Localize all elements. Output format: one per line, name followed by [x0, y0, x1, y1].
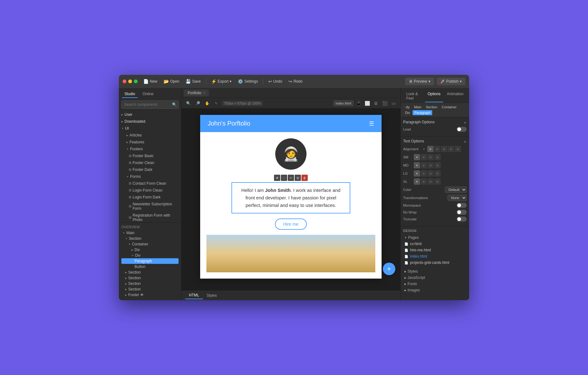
- images-row[interactable]: ▶ Images: [403, 287, 467, 293]
- publish-button[interactable]: 🚀 Publish ▾: [437, 78, 465, 85]
- desktop-device-button[interactable]: 🖥: [372, 100, 380, 107]
- lg-align-left[interactable]: ≡: [421, 170, 427, 177]
- tab-online[interactable]: Online: [140, 90, 156, 98]
- lg-align-center[interactable]: ≡: [428, 170, 434, 177]
- page-select[interactable]: index.html: [333, 100, 353, 106]
- lg-align-none[interactable]: ×: [414, 170, 420, 177]
- ov-section-5[interactable]: ▶ Section: [121, 286, 179, 292]
- ov-footer[interactable]: ▶ Footer 👁: [121, 292, 179, 298]
- bc-main[interactable]: Main: [412, 105, 423, 110]
- sidebar-item-footer-basic[interactable]: Footer Basic: [119, 152, 181, 159]
- sidebar-item-contact-form[interactable]: Contact Form Clean: [119, 180, 181, 187]
- zoom-out-button[interactable]: 🔍: [185, 100, 192, 107]
- align-none-btn[interactable]: ×: [427, 146, 433, 152]
- sm-align-left[interactable]: ≡: [421, 154, 427, 160]
- xl-align-left[interactable]: ≡: [421, 178, 427, 185]
- sidebar-item-articles[interactable]: ▶ Articles: [119, 132, 181, 139]
- styles-row[interactable]: ▶ Styles: [403, 268, 467, 275]
- align-left-btn[interactable]: ≡: [434, 146, 440, 152]
- ov-section-1[interactable]: ▼ Section: [121, 236, 179, 241]
- lead-toggle[interactable]: [457, 127, 467, 132]
- color-select[interactable]: Default: [445, 187, 467, 193]
- ov-section-4[interactable]: ▶ Section: [121, 281, 179, 286]
- bc-div[interactable]: Div: [403, 110, 412, 115]
- md-align-center[interactable]: ≡: [428, 162, 434, 168]
- ov-container[interactable]: ▼ Container: [121, 241, 179, 247]
- undo-button[interactable]: ↩ Undo: [266, 78, 285, 85]
- arrow-tool-button[interactable]: ↖: [213, 100, 220, 107]
- page-hire-me[interactable]: 📄 hire-me.html: [403, 247, 467, 253]
- ov-button[interactable]: Button: [121, 264, 179, 270]
- xl-align-right[interactable]: ≡: [434, 178, 441, 185]
- close-button[interactable]: [123, 80, 126, 83]
- open-button[interactable]: 📂 Open: [161, 78, 182, 85]
- html-tab[interactable]: HTML: [185, 292, 203, 299]
- bc-section[interactable]: Section: [424, 105, 439, 110]
- sm-align-center[interactable]: ≡: [428, 154, 434, 160]
- sidebar-item-downloaded[interactable]: ▶ Downloaded: [119, 118, 181, 125]
- transformations-select[interactable]: None: [448, 195, 467, 201]
- edit-button[interactable]: ✏: [288, 175, 294, 181]
- up-button[interactable]: ↑: [281, 175, 287, 181]
- page-projects[interactable]: 📄 projects-grid-cards.html: [403, 259, 467, 266]
- hamburger-icon[interactable]: ☰: [369, 120, 374, 127]
- xl-align-center[interactable]: ≡: [428, 178, 434, 185]
- sidebar-item-forms[interactable]: ▼ Forms: [119, 173, 181, 180]
- sidebar-item-login-dark[interactable]: Login Form Dark: [119, 194, 181, 201]
- save-button[interactable]: 💾 Save: [183, 78, 203, 85]
- tab-studio[interactable]: Studio: [122, 90, 138, 98]
- tab-look-feel[interactable]: Look & Feel: [404, 90, 424, 102]
- sidebar-item-newsletter[interactable]: Newsletter Subscription Form: [119, 201, 181, 212]
- delete-button[interactable]: 🗑: [302, 175, 308, 181]
- settings-button[interactable]: ⚙️ Settings: [235, 78, 260, 85]
- collapse-paragraph-btn[interactable]: ▲: [464, 121, 467, 124]
- page-index[interactable]: 📄 index.html: [403, 253, 467, 259]
- pages-header[interactable]: ▼ Pages: [403, 234, 467, 241]
- sidebar-item-registration[interactable]: Registration Form with Photo: [119, 212, 181, 222]
- hire-button[interactable]: Hire me: [275, 218, 307, 230]
- export-button[interactable]: ⚡ Export ▾: [209, 78, 234, 85]
- tab-close[interactable]: ×: [203, 91, 205, 95]
- md-align-right[interactable]: ≡: [434, 162, 441, 168]
- ov-div-1[interactable]: ▶ Div: [121, 247, 179, 253]
- sm-align-right[interactable]: ≡: [434, 154, 441, 160]
- mobile-device-button[interactable]: 📱: [355, 100, 362, 107]
- portfolio-tab[interactable]: Portfolio ×: [184, 90, 209, 96]
- copy-button[interactable]: ⊞: [295, 175, 301, 181]
- md-align-none[interactable]: ×: [414, 162, 420, 168]
- fullscreen-button[interactable]: ▭: [390, 100, 397, 107]
- add-fab-button[interactable]: +: [383, 263, 395, 275]
- sidebar-item-user[interactable]: ▶ User: [119, 111, 181, 118]
- zoom-in-button[interactable]: 🔎: [194, 100, 201, 107]
- redo-button[interactable]: ↪ Redo: [286, 78, 305, 85]
- sidebar-item-footers[interactable]: ▼ Footers: [119, 146, 181, 152]
- ov-section-3[interactable]: ▶ Section: [121, 275, 179, 281]
- sidebar-item-features[interactable]: ▶ Features: [119, 139, 181, 146]
- collapse-text-btn[interactable]: ▲: [464, 140, 467, 143]
- new-button[interactable]: 📄 New: [141, 78, 160, 85]
- tablet-device-button[interactable]: ⬜: [363, 100, 371, 107]
- align-right-btn[interactable]: ≡: [448, 146, 454, 152]
- xl-align-none[interactable]: ×: [414, 178, 420, 185]
- sm-align-none[interactable]: ×: [414, 154, 420, 160]
- page-cv[interactable]: 📄 cv.html: [403, 241, 467, 247]
- align-justify-btn[interactable]: ≡: [455, 146, 461, 152]
- bc-paragraph[interactable]: Paragraph: [413, 110, 432, 115]
- monospace-toggle[interactable]: [457, 203, 467, 208]
- truncate-toggle[interactable]: [457, 217, 467, 222]
- bc-body[interactable]: ·dy: [403, 105, 412, 110]
- fonts-row[interactable]: ▶ Fonts: [403, 281, 467, 287]
- align-center-btn[interactable]: ≡: [441, 146, 447, 152]
- md-align-left[interactable]: ≡: [421, 162, 427, 168]
- bio-paragraph[interactable]: Hello! I am John Smith. I work as interf…: [231, 182, 350, 213]
- javascript-row[interactable]: ▶ JavaScript: [403, 275, 467, 281]
- sidebar-item-ui[interactable]: ▼ UI: [119, 125, 181, 132]
- maximize-button[interactable]: [134, 80, 138, 83]
- lg-align-right[interactable]: ≡: [434, 170, 441, 177]
- ov-div-2[interactable]: ▼ Div: [121, 253, 179, 258]
- ov-section-2[interactable]: ▶ Section: [121, 270, 179, 275]
- tab-options[interactable]: Options: [425, 90, 443, 102]
- hand-tool-button[interactable]: ✋: [203, 100, 211, 107]
- size-display[interactable]: 750px × 670px @ 100%: [222, 101, 263, 106]
- move-button[interactable]: ✥: [274, 175, 280, 181]
